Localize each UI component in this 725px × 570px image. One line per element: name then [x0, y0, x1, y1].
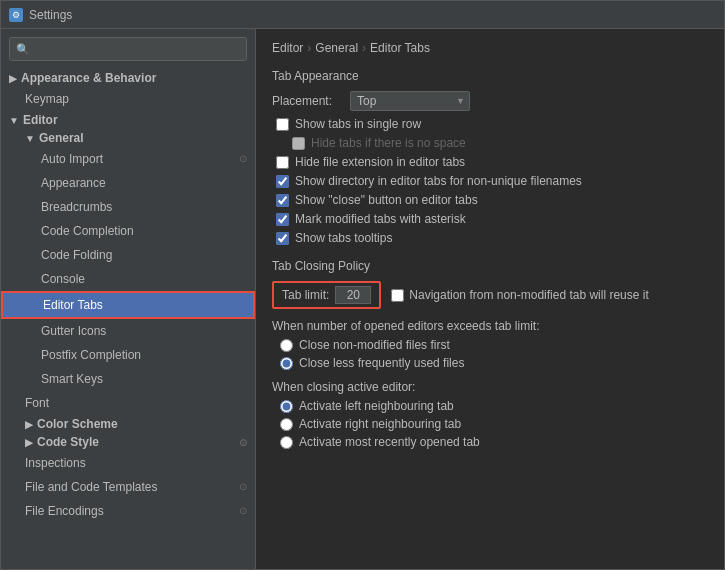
close-less-frequent-radio[interactable] — [280, 357, 293, 370]
sidebar-item-editor-tabs[interactable]: Editor Tabs — [1, 291, 255, 319]
sidebar-item-keymap[interactable]: Keymap — [1, 87, 255, 111]
window-title: Settings — [29, 8, 72, 22]
mark-modified-checkbox[interactable] — [276, 213, 289, 226]
hide-tabs-no-space-label: Hide tabs if there is no space — [311, 136, 466, 150]
sidebar-item-code-style[interactable]: ▶ Code Style ⊙ — [1, 433, 255, 451]
sidebar-item-code-completion[interactable]: Code Completion — [1, 219, 255, 243]
tab-limit-label: Tab limit: — [282, 288, 329, 302]
radio-close-less-frequent[interactable]: Close less frequently used files — [280, 356, 708, 370]
breadcrumb-sep2: › — [362, 41, 366, 55]
checkbox-hide-file-extension[interactable]: Hide file extension in editor tabs — [272, 155, 708, 169]
show-tabs-single-row-label: Show tabs in single row — [295, 117, 421, 131]
placement-select[interactable]: Top Bottom Left Right None — [350, 91, 470, 111]
checkbox-hide-tabs-no-space[interactable]: Hide tabs if there is no space — [272, 136, 708, 150]
tab-limit-input[interactable] — [335, 286, 371, 304]
when-exceeds-label: When number of opened editors exceeds ta… — [272, 319, 708, 333]
chevron-right-icon-cs: ▶ — [25, 419, 33, 430]
sidebar-item-appearance[interactable]: Appearance — [1, 171, 255, 195]
show-directory-checkbox[interactable] — [276, 175, 289, 188]
mark-modified-label: Mark modified tabs with asterisk — [295, 212, 466, 226]
tab-limit-wrapper: Tab limit: Navigation from non-modified … — [272, 281, 708, 309]
sidebar-item-general[interactable]: ▼ General — [1, 129, 255, 147]
chevron-right-icon: ▶ — [9, 73, 17, 84]
radio-close-non-modified[interactable]: Close non-modified files first — [280, 338, 708, 352]
checkbox-show-close-button[interactable]: Show "close" button on editor tabs — [272, 193, 708, 207]
sync-icon-fe: ⊙ — [239, 501, 247, 521]
sidebar-item-file-code-templates[interactable]: File and Code Templates ⊙ — [1, 475, 255, 499]
activate-left-label: Activate left neighbouring tab — [299, 399, 454, 413]
sidebar-item-code-folding[interactable]: Code Folding — [1, 243, 255, 267]
sidebar-item-breadcrumbs[interactable]: Breadcrumbs — [1, 195, 255, 219]
checkbox-show-tabs-single-row[interactable]: Show tabs in single row — [272, 117, 708, 131]
tab-closing-policy-title: Tab Closing Policy — [272, 259, 708, 273]
activate-recent-label: Activate most recently opened tab — [299, 435, 480, 449]
show-tooltips-checkbox[interactable] — [276, 232, 289, 245]
sync-icon-fct: ⊙ — [239, 477, 247, 497]
hide-tabs-no-space-checkbox[interactable] — [292, 137, 305, 150]
close-non-modified-radio[interactable] — [280, 339, 293, 352]
show-close-button-checkbox[interactable] — [276, 194, 289, 207]
chevron-down-icon: ▼ — [9, 115, 19, 126]
activate-right-radio[interactable] — [280, 418, 293, 431]
when-closing-label: When closing active editor: — [272, 380, 708, 394]
sidebar-item-gutter-icons[interactable]: Gutter Icons — [1, 319, 255, 343]
tab-closing-policy-section: Tab Closing Policy Tab limit: Navigation… — [272, 259, 708, 449]
radio-activate-recent[interactable]: Activate most recently opened tab — [280, 435, 708, 449]
checkbox-mark-modified[interactable]: Mark modified tabs with asterisk — [272, 212, 708, 226]
activate-left-radio[interactable] — [280, 400, 293, 413]
nav-reuse-label: Navigation from non-modified tab will re… — [409, 288, 648, 302]
breadcrumb: Editor › General › Editor Tabs — [272, 41, 708, 55]
sidebar-item-color-scheme[interactable]: ▶ Color Scheme — [1, 415, 255, 433]
show-tabs-single-row-checkbox[interactable] — [276, 118, 289, 131]
activate-right-label: Activate right neighbouring tab — [299, 417, 461, 431]
sidebar-item-postfix-completion[interactable]: Postfix Completion — [1, 343, 255, 367]
hide-file-extension-label: Hide file extension in editor tabs — [295, 155, 465, 169]
main-content: 🔍 ▶ Appearance & Behavior Keymap ▼ Edito… — [1, 29, 724, 569]
close-less-frequent-label: Close less frequently used files — [299, 356, 464, 370]
sidebar-item-smart-keys[interactable]: Smart Keys — [1, 367, 255, 391]
titlebar: ⚙ Settings — [1, 1, 724, 29]
settings-window: ⚙ Settings 🔍 ▶ Appearance & Behavior Key… — [0, 0, 725, 570]
tab-limit-bordered-area: Tab limit: — [272, 281, 381, 309]
checkbox-show-tooltips[interactable]: Show tabs tooltips — [272, 231, 708, 245]
hide-file-extension-checkbox[interactable] — [276, 156, 289, 169]
sidebar-item-editor[interactable]: ▼ Editor — [1, 111, 255, 129]
sidebar-item-auto-import[interactable]: Auto Import ⊙ — [1, 147, 255, 171]
checkbox-show-directory[interactable]: Show directory in editor tabs for non-un… — [272, 174, 708, 188]
sidebar-item-console[interactable]: Console — [1, 267, 255, 291]
placement-select-wrapper[interactable]: Top Bottom Left Right None — [350, 91, 470, 111]
chevron-right-icon-style: ▶ — [25, 437, 33, 448]
nav-reuse-checkbox[interactable] — [391, 289, 404, 302]
search-input[interactable] — [34, 42, 240, 56]
close-non-modified-label: Close non-modified files first — [299, 338, 450, 352]
radio-activate-right[interactable]: Activate right neighbouring tab — [280, 417, 708, 431]
search-box[interactable]: 🔍 — [9, 37, 247, 61]
search-icon: 🔍 — [16, 43, 30, 56]
sidebar-item-font[interactable]: Font — [1, 391, 255, 415]
radio-activate-left[interactable]: Activate left neighbouring tab — [280, 399, 708, 413]
sync-icon-style: ⊙ — [239, 437, 247, 448]
nav-checkbox-row[interactable]: Navigation from non-modified tab will re… — [391, 288, 648, 302]
chevron-down-icon-general: ▼ — [25, 133, 35, 144]
placement-label: Placement: — [272, 94, 342, 108]
right-panel: Editor › General › Editor Tabs Tab Appea… — [256, 29, 724, 569]
sidebar-item-file-encodings[interactable]: File Encodings ⊙ — [1, 499, 255, 523]
close-options-group: Close non-modified files first Close les… — [272, 338, 708, 370]
sidebar-item-inspections[interactable]: Inspections — [1, 451, 255, 475]
sidebar: 🔍 ▶ Appearance & Behavior Keymap ▼ Edito… — [1, 29, 256, 569]
activate-recent-radio[interactable] — [280, 436, 293, 449]
app-icon: ⚙ — [9, 8, 23, 22]
breadcrumb-sep1: › — [307, 41, 311, 55]
show-directory-label: Show directory in editor tabs for non-un… — [295, 174, 582, 188]
show-tooltips-label: Show tabs tooltips — [295, 231, 392, 245]
placement-row: Placement: Top Bottom Left Right None — [272, 91, 708, 111]
tab-appearance-title: Tab Appearance — [272, 69, 708, 83]
activate-options-group: Activate left neighbouring tab Activate … — [272, 399, 708, 449]
sidebar-item-appearance-behavior[interactable]: ▶ Appearance & Behavior — [1, 69, 255, 87]
show-close-button-label: Show "close" button on editor tabs — [295, 193, 478, 207]
sync-icon: ⊙ — [239, 149, 247, 169]
